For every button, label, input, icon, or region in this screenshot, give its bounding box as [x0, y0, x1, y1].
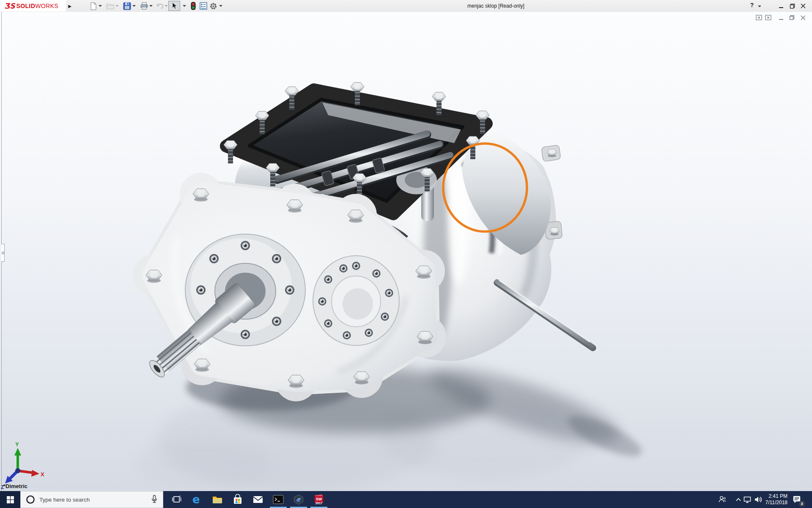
- windows-logo-icon: [7, 496, 14, 503]
- svg-text:2017: 2017: [315, 501, 323, 505]
- taskbar-task-view[interactable]: [167, 491, 187, 508]
- select-tool-button[interactable]: [168, 1, 180, 11]
- undo-arrow-icon: [156, 2, 164, 10]
- stoplight-icon: [191, 2, 196, 10]
- title-bar: ƷS SOLID WORKS ▶: [0, 0, 812, 12]
- taskbar-file-explorer[interactable]: [207, 491, 228, 508]
- taskbar-command-prompt[interactable]: [268, 491, 288, 508]
- triad-x-label: X: [41, 471, 44, 478]
- open-folder-icon: [106, 2, 115, 10]
- windows-taskbar: e: [0, 491, 812, 508]
- taskbar-edge[interactable]: e: [187, 491, 207, 508]
- command-prompt-icon: [273, 494, 284, 505]
- solidworks-2017-icon: SW 2017: [313, 494, 324, 505]
- logo-text-bold: SOLID: [16, 3, 35, 9]
- secondary-boss: [313, 256, 399, 345]
- new-document-icon: [90, 2, 97, 10]
- close-button[interactable]: [799, 3, 807, 9]
- graphics-area[interactable]: Y X Z *Dimetric: [0, 12, 812, 491]
- restore-icon: [790, 3, 795, 9]
- taskbar-mail[interactable]: [248, 491, 268, 508]
- restore-button[interactable]: [788, 3, 796, 9]
- svg-text:SW: SW: [316, 497, 322, 501]
- select-tool-dropdown[interactable]: [183, 5, 186, 7]
- svg-text:e: e: [192, 494, 200, 505]
- viewer-3d-icon: [293, 494, 304, 505]
- tray-hidden-icons-chevron[interactable]: [734, 495, 743, 504]
- help-button[interactable]: ?: [749, 2, 755, 10]
- select-cursor-icon: [171, 2, 178, 10]
- logo-text-light: WORKS: [35, 3, 58, 9]
- save-button[interactable]: [123, 1, 132, 11]
- options-gear-button[interactable]: [209, 1, 218, 11]
- open-document-button[interactable]: [106, 1, 115, 11]
- new-document-button[interactable]: [89, 1, 98, 11]
- cortana-icon: [26, 495, 35, 504]
- start-button[interactable]: [0, 491, 20, 508]
- save-dropdown[interactable]: [132, 5, 136, 7]
- document-properties-icon: [200, 2, 207, 10]
- taskbar-solidworks[interactable]: SW 2017: [309, 491, 329, 508]
- close-icon: [801, 3, 806, 8]
- document-properties-button[interactable]: [199, 1, 208, 11]
- microphone-icon: [151, 495, 158, 504]
- minimize-button[interactable]: [777, 3, 785, 9]
- triad-y-label: Y: [15, 441, 19, 447]
- solidworks-window: ƷS SOLID WORKS ▶: [0, 0, 812, 508]
- printer-icon: [140, 2, 148, 10]
- view-orientation-label: *Dimetric: [3, 483, 27, 489]
- new-document-dropdown[interactable]: [99, 5, 102, 7]
- notification-badge: 3: [798, 500, 805, 507]
- tray-network-icon[interactable]: [743, 495, 752, 504]
- tray-clock[interactable]: 2:41 PM 7/11/2018: [760, 493, 787, 506]
- gearbox-3d-model[interactable]: Y X Z: [0, 12, 812, 491]
- taskbar-store[interactable]: [228, 491, 248, 508]
- mail-icon: [252, 495, 263, 504]
- file-explorer-icon: [212, 494, 223, 505]
- menu-flyout-arrow[interactable]: ▶: [67, 2, 73, 10]
- microsoft-store-icon: [232, 494, 243, 505]
- clock-time: 2:41 PM: [760, 493, 787, 500]
- print-button[interactable]: [140, 1, 148, 11]
- gear-icon: [209, 2, 217, 10]
- rebuild-stoplight-button[interactable]: [189, 1, 198, 11]
- undo-dropdown[interactable]: [165, 5, 168, 7]
- taskbar-search[interactable]: [20, 491, 163, 508]
- save-floppy-icon: [123, 2, 131, 10]
- edge-icon: e: [191, 494, 203, 505]
- tray-people-icon[interactable]: [718, 495, 727, 504]
- search-input[interactable]: [38, 496, 151, 503]
- print-dropdown[interactable]: [149, 5, 153, 7]
- clock-date: 7/11/2018: [760, 500, 787, 506]
- help-dropdown[interactable]: [758, 6, 761, 7]
- options-dropdown[interactable]: [219, 5, 222, 7]
- minimize-icon: [779, 3, 784, 8]
- window-title: menjac sklop [Read-only]: [467, 3, 524, 9]
- task-view-icon: [172, 494, 182, 505]
- ds-logo-mark: ƷS: [4, 2, 15, 10]
- solidworks-logo: ƷS SOLID WORKS: [0, 0, 66, 11]
- taskbar-3d-viewer[interactable]: [288, 491, 309, 508]
- undo-button[interactable]: [155, 1, 164, 11]
- open-document-dropdown[interactable]: [115, 5, 119, 7]
